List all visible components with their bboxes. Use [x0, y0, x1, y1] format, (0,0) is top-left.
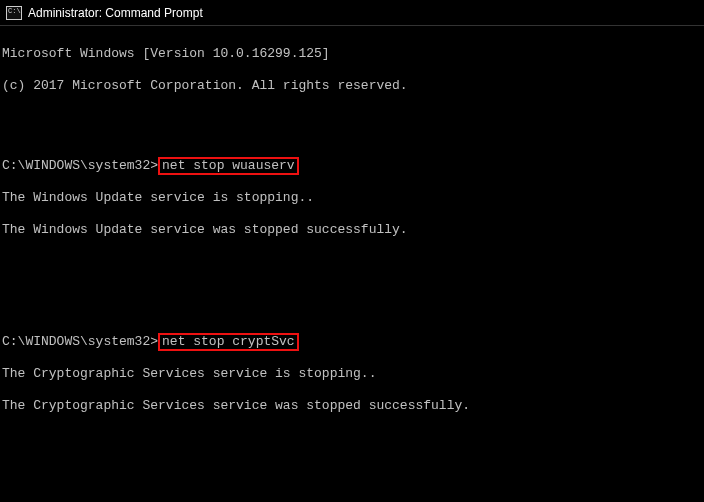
blank-line: [2, 254, 702, 270]
command-highlight: net stop cryptSvc: [158, 333, 299, 351]
output-line: The Cryptographic Services service was s…: [2, 398, 702, 414]
prompt-text: C:\WINDOWS\system32>: [2, 334, 158, 349]
blank-line: [2, 110, 702, 126]
prompt-line: C:\WINDOWS\system32>net stop cryptSvc: [2, 334, 702, 350]
prompt-text: C:\WINDOWS\system32>: [2, 158, 158, 173]
output-line: The Cryptographic Services service is st…: [2, 366, 702, 382]
cmd-icon: [6, 6, 22, 20]
copyright-line: (c) 2017 Microsoft Corporation. All righ…: [2, 78, 702, 94]
blank-line: [2, 286, 702, 302]
window-titlebar[interactable]: Administrator: Command Prompt: [0, 0, 704, 26]
blank-line: [2, 462, 702, 478]
window-title: Administrator: Command Prompt: [28, 6, 203, 20]
version-line: Microsoft Windows [Version 10.0.16299.12…: [2, 46, 702, 62]
terminal-output[interactable]: Microsoft Windows [Version 10.0.16299.12…: [0, 26, 704, 502]
output-line: The Windows Update service is stopping..: [2, 190, 702, 206]
output-line: The Windows Update service was stopped s…: [2, 222, 702, 238]
prompt-line: C:\WINDOWS\system32>net stop wuauserv: [2, 158, 702, 174]
command-highlight: net stop wuauserv: [158, 157, 299, 175]
blank-line: [2, 430, 702, 446]
